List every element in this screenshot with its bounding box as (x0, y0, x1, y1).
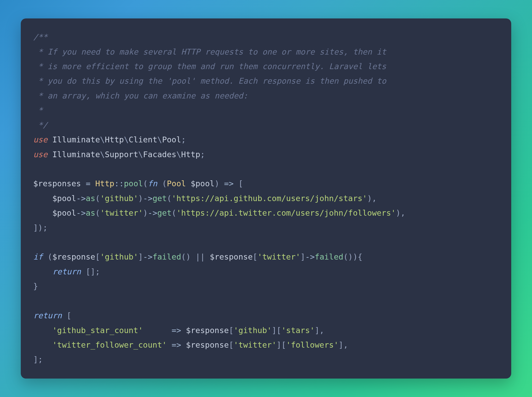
code-token: \ (100, 150, 105, 159)
code-token: 'followers' (286, 340, 338, 349)
code-token: \ (176, 150, 181, 159)
code-line: use Illuminate\Http\Client\Pool; (33, 135, 186, 144)
code-token: -> (305, 252, 315, 261)
code-token: Http (105, 135, 124, 144)
code-token: [ (229, 326, 234, 335)
code-token: ] (138, 252, 143, 261)
code-token: Illuminate (52, 135, 100, 144)
code-line: if ($response['github']->failed() || $re… (33, 252, 362, 261)
code-token: -> (148, 208, 157, 217)
code-token: ] (300, 252, 305, 261)
code-token (143, 326, 171, 335)
code-token (48, 150, 52, 159)
code-token: [ (229, 340, 234, 349)
code-token: * If you need to make several HTTP reque… (33, 47, 386, 56)
code-token: Facades (143, 150, 176, 159)
code-token: failed (152, 252, 181, 261)
code-token: ( (172, 208, 176, 217)
code-token: as (86, 208, 95, 217)
code-token: ( (167, 194, 171, 203)
code-token: if (33, 252, 43, 261)
code-line: $responses = Http::pool(fn (Pool $pool) … (33, 179, 243, 188)
code-token: 'github' (100, 252, 138, 261)
code-token: []; (81, 267, 100, 276)
code-token: $response (186, 326, 229, 335)
code-token (167, 340, 171, 349)
code-token (181, 340, 186, 349)
code-line: return []; (33, 267, 100, 276)
code-line: use Illuminate\Support\Facades\Http; (33, 150, 205, 159)
code-line: * is more efficient to group them and ru… (33, 62, 386, 71)
code-line: /** (33, 32, 48, 42)
code-token: -> (76, 208, 86, 217)
code-token: ) (143, 208, 148, 217)
code-token: ; (181, 135, 186, 144)
code-token: 'stars' (281, 326, 315, 335)
code-token: * (33, 106, 43, 115)
code-token: * an array, which you can examine as nee… (33, 91, 248, 100)
code-token: $response (52, 252, 95, 261)
code-token: ( (95, 208, 100, 217)
code-token: ( (157, 179, 167, 188)
code-token: = (81, 179, 95, 188)
code-token: ), (367, 194, 377, 203)
code-token: 'https://api.github.com/users/john/stars… (172, 194, 367, 203)
code-token: * you do this by using the 'pool' method… (33, 76, 386, 85)
code-window: /** * If you need to make several HTTP r… (21, 18, 511, 379)
code-token: ) (138, 194, 143, 203)
code-token: use (33, 150, 48, 159)
code-token: ()){ (343, 252, 362, 261)
code-token: */ (33, 121, 48, 130)
code-token: \ (138, 150, 143, 159)
code-token: ], (338, 340, 348, 349)
code-token: -> (143, 194, 152, 203)
code-token: => (172, 340, 181, 349)
code-line: 'github_star_count' => $response['github… (33, 326, 324, 335)
code-token: $pool (52, 194, 76, 203)
code-token: return (52, 267, 81, 276)
code-line: */ (33, 121, 48, 130)
code-token: Client (129, 135, 157, 144)
code-token: failed (315, 252, 343, 261)
code-token: pool (124, 179, 143, 188)
code-line: 'twitter_follower_count' => $response['t… (33, 340, 348, 349)
code-token: \ (124, 135, 129, 144)
code-token: Http (95, 179, 114, 188)
code-token: return (33, 311, 62, 320)
code-token: 'twitter' (100, 208, 143, 217)
code-token: \ (157, 135, 162, 144)
code-token: Http (181, 150, 200, 159)
code-block: /** * If you need to make several HTTP r… (33, 30, 499, 367)
code-token: /** (33, 32, 48, 42)
code-token (181, 326, 186, 335)
code-token: fn (148, 179, 157, 188)
code-token: => (224, 179, 234, 188)
code-line: * an array, which you can examine as nee… (33, 91, 248, 100)
code-token: get (157, 208, 172, 217)
code-token: :: (114, 179, 124, 188)
code-token: Illuminate (52, 150, 100, 159)
code-token: ][ (272, 326, 281, 335)
code-line: * (33, 106, 43, 115)
code-token: ), (396, 208, 405, 217)
code-token: -> (143, 252, 152, 261)
code-token: [ (95, 252, 100, 261)
code-token: ][ (277, 340, 286, 349)
code-token: ; (200, 150, 205, 159)
code-token: $response (210, 252, 253, 261)
code-token: ]; (33, 355, 43, 364)
code-token: ( (43, 252, 52, 261)
code-token: $response (186, 340, 229, 349)
code-token: () || (181, 252, 210, 261)
code-token: 'twitter' (234, 340, 276, 349)
code-token: 'github' (100, 194, 138, 203)
code-token: -> (76, 194, 86, 203)
code-token: * is more efficient to group them and ru… (33, 62, 386, 71)
code-token: 'https://api.twitter.com/users/john/foll… (176, 208, 396, 217)
code-token: ( (95, 194, 100, 203)
code-token: [ (253, 252, 257, 261)
code-token: ( (143, 179, 148, 188)
code-token: as (86, 194, 95, 203)
code-line: $pool->as('github')->get('https://api.gi… (33, 194, 377, 203)
code-token (48, 135, 52, 144)
